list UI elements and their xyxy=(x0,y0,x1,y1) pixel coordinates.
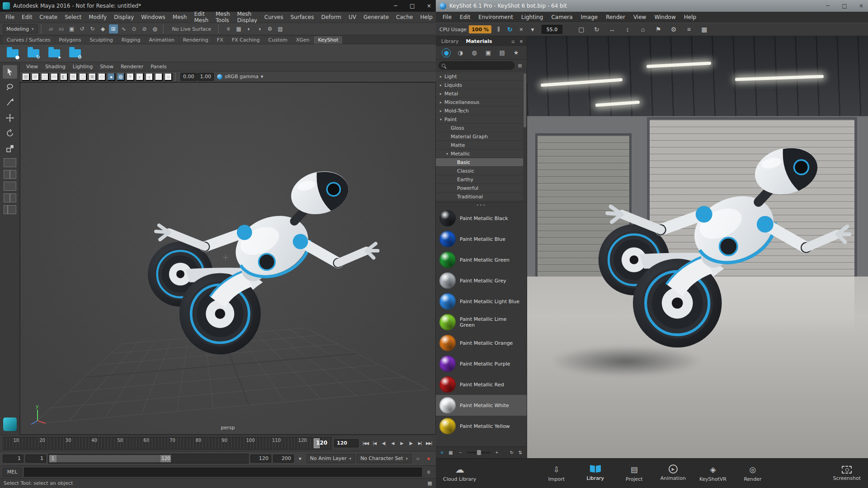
auto-keyframe-button[interactable]: ● xyxy=(424,454,433,463)
library-search-input[interactable] xyxy=(447,63,511,68)
tree-item[interactable]: ▸ Liquids xyxy=(436,81,523,89)
dock-import[interactable]: ⇩ Import xyxy=(544,465,569,482)
snap-to-plane-icon[interactable]: ⊘ xyxy=(140,24,149,33)
menu-item[interactable]: Windows xyxy=(137,12,169,23)
material-item[interactable]: Paint Metallic Grey xyxy=(436,270,527,291)
use-all-lights-icon[interactable]: ☀ xyxy=(126,73,134,81)
zoom-in-icon[interactable]: + xyxy=(493,448,500,458)
material-item[interactable]: Paint Metallic Orange xyxy=(436,333,527,353)
select-mask-icon[interactable]: ◆ xyxy=(99,24,108,33)
panel-menu-item[interactable]: View xyxy=(23,64,42,70)
robot-model[interactable] xyxy=(95,146,380,365)
four-pane-layout-button[interactable] xyxy=(4,193,16,202)
keyshot-open-button[interactable]: ▸ xyxy=(46,46,62,61)
tree-item[interactable]: ▸ Light xyxy=(436,72,523,81)
step-forward-key-button[interactable]: |▶ xyxy=(406,439,415,448)
backplates-category-icon[interactable]: ▣ xyxy=(484,48,493,57)
grid-toggle-icon[interactable]: ⊞ xyxy=(31,73,39,81)
tree-item[interactable]: Earthy xyxy=(436,175,523,184)
material-item[interactable]: Paint Metallic Green xyxy=(436,249,527,270)
textures-category-icon[interactable]: ▤ xyxy=(498,48,507,57)
lasso-tool-button[interactable] xyxy=(3,80,17,94)
material-item[interactable]: Paint Metallic Light Blue xyxy=(436,291,527,312)
menu-item[interactable]: Edit xyxy=(18,12,36,23)
shelf-tab[interactable]: FX Caching xyxy=(228,36,264,44)
menu-item[interactable]: Curves xyxy=(261,12,287,23)
menu-item[interactable]: File xyxy=(2,12,18,23)
snap-to-point-icon[interactable]: ⊙ xyxy=(130,24,139,33)
current-frame-field[interactable]: 120 xyxy=(334,439,359,447)
shelf-tab[interactable]: Polygons xyxy=(55,36,85,44)
menu-item[interactable]: Mesh Tools xyxy=(212,12,234,23)
library-tab[interactable]: Library xyxy=(438,38,462,44)
menu-item[interactable]: Cache xyxy=(392,12,416,23)
close-button[interactable]: × xyxy=(422,0,436,12)
step-back-frame-button[interactable]: |◀ xyxy=(370,439,379,448)
ipr-render-icon[interactable]: ◑ xyxy=(255,24,264,33)
detach-panel-button[interactable]: ▫ xyxy=(509,36,517,46)
render-settings-icon[interactable]: ⚙ xyxy=(265,24,274,33)
focal-length-field[interactable]: 55.0 xyxy=(542,25,562,34)
material-item[interactable]: Paint Metallic Red xyxy=(436,374,527,395)
open-render-view-icon[interactable]: ▦ xyxy=(234,24,243,33)
shaded-icon[interactable]: ● xyxy=(107,73,115,81)
thumbnail-view-icon[interactable]: ▦ xyxy=(447,448,454,458)
play-forwards-button[interactable]: ▶ xyxy=(397,439,406,448)
mel-label[interactable]: MEL xyxy=(3,468,22,477)
resolution-gate-icon[interactable]: ▭ xyxy=(50,73,58,81)
shelf-tab[interactable]: XGen xyxy=(292,36,314,44)
shelf-tab[interactable]: FX xyxy=(213,36,227,44)
outliner-persp-layout-button[interactable] xyxy=(4,205,16,214)
select-tool-button[interactable] xyxy=(3,65,17,79)
environments-category-icon[interactable]: ◍ xyxy=(470,48,479,57)
tree-item[interactable]: ▸ Miscellaneous xyxy=(436,98,523,107)
menu-item[interactable]: Mesh xyxy=(169,12,191,23)
play-backwards-button[interactable]: ◀ xyxy=(388,439,397,448)
image-export-icon[interactable]: ▦ xyxy=(699,24,709,34)
add-folder-icon[interactable]: ⊞ xyxy=(516,61,524,70)
render-current-frame-icon[interactable]: ◐ xyxy=(245,24,254,33)
pause-realtime-icon[interactable]: ‖ xyxy=(494,24,504,34)
gate-mask-icon[interactable]: ◧ xyxy=(60,73,68,81)
gamma-field[interactable]: 1.00 xyxy=(198,73,214,81)
dock-keyshotvr[interactable]: ◈ KeyShotVR xyxy=(699,465,726,482)
menu-item[interactable]: Select xyxy=(61,12,85,23)
shelf-tab[interactable]: Custom xyxy=(264,36,292,44)
tree-item[interactable]: Powerful xyxy=(436,184,523,192)
library-tab[interactable]: Materials xyxy=(462,38,495,44)
close-button[interactable]: × xyxy=(854,0,868,12)
panel-splitter[interactable]: ••• xyxy=(436,202,527,208)
menu-item[interactable]: Generate xyxy=(360,12,392,23)
safe-action-icon[interactable]: ◻ xyxy=(79,73,87,81)
tree-scrollbar[interactable] xyxy=(524,73,526,127)
favorites-category-icon[interactable]: ★ xyxy=(512,48,521,57)
menu-item[interactable]: Deform xyxy=(317,12,345,23)
dock-library[interactable]: Library xyxy=(583,465,608,482)
material-item[interactable]: Paint Metallic Purple xyxy=(436,353,527,374)
shelf-tab[interactable]: Rendering xyxy=(179,36,212,44)
redo-icon[interactable]: ↻ xyxy=(88,24,97,33)
shelf-tab[interactable]: Animation xyxy=(145,36,179,44)
close-panel-button[interactable]: × xyxy=(518,36,525,46)
shelf-tab[interactable]: Curves / Surfaces xyxy=(3,36,55,44)
menu-item[interactable]: Edit xyxy=(456,14,474,20)
materials-category-icon[interactable]: ● xyxy=(442,48,451,57)
menu-item[interactable]: Camera xyxy=(547,14,576,20)
menu-set-dropdown[interactable]: Modeling ▾ xyxy=(3,24,38,33)
menu-item[interactable]: Surfaces xyxy=(287,12,317,23)
menu-item[interactable]: View xyxy=(629,14,650,20)
menu-item[interactable]: Environment xyxy=(474,14,517,20)
paint-select-tool-button[interactable] xyxy=(3,96,17,109)
playback-options-button[interactable]: ▾ xyxy=(296,454,305,463)
tree-item[interactable]: Material Graph xyxy=(436,132,523,141)
shelf-tab[interactable]: Sculpting xyxy=(85,36,117,44)
safe-title-icon[interactable]: ▣ xyxy=(88,73,96,81)
timeline-track[interactable]: 102030405060708090100110120 120 xyxy=(3,437,331,450)
mel-command-input[interactable] xyxy=(24,468,422,477)
construction-history-icon[interactable]: ≡ xyxy=(224,24,233,33)
textured-icon[interactable]: ◍ xyxy=(117,73,125,81)
animation-start-field[interactable]: 1 xyxy=(3,455,24,463)
menu-item[interactable]: Display xyxy=(110,12,137,23)
animation-end-field[interactable]: 200 xyxy=(273,455,294,463)
motion-blur-icon[interactable]: ◌ xyxy=(155,73,163,81)
